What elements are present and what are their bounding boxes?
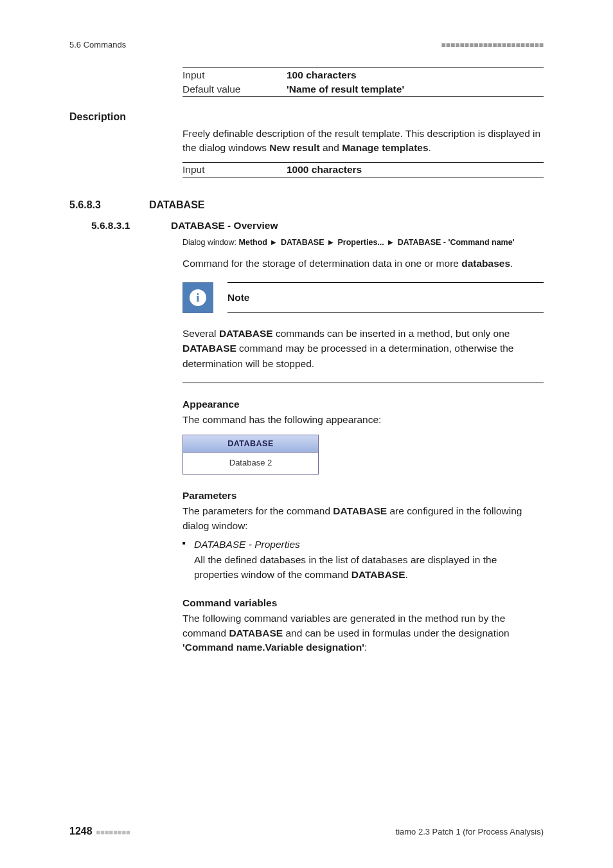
footer-product: tiamo 2.3 Patch 1 (for Process Analysis) xyxy=(396,827,544,836)
note-title: Note xyxy=(227,292,249,303)
note-block: i Note Several DATABASE commands can be … xyxy=(182,282,544,383)
triangle-icon: ▶ xyxy=(271,237,276,247)
dialog-window-path: Dialog window: Method ▶ DATABASE ▶ Prope… xyxy=(182,237,544,249)
subsection-title: DATABASE - Overview xyxy=(171,220,278,231)
list-item: DATABASE - Properties All the defined da… xyxy=(182,537,544,582)
parameters-list: DATABASE - Properties All the defined da… xyxy=(182,537,544,582)
row-input-val: 100 characters xyxy=(287,68,544,83)
input-table-2: Input 1000 characters xyxy=(182,162,544,177)
header-breadcrumb: 5.6 Commands xyxy=(69,40,126,50)
row2-input-val: 1000 characters xyxy=(287,162,544,177)
subsection-number: 5.6.8.3.1 xyxy=(91,220,153,231)
parameters-paragraph: The parameters for the command DATABASE … xyxy=(182,504,544,533)
command-box-title: DATABASE xyxy=(183,435,318,453)
command-box: DATABASE Database 2 xyxy=(182,435,319,475)
input-table-1: Input 100 characters Default value 'Name… xyxy=(182,68,544,97)
heading-description: Description xyxy=(69,111,544,123)
header-decorative-bars: ■■■■■■■■■■■■■■■■■■■■■■ xyxy=(441,41,544,50)
heading-parameters: Parameters xyxy=(182,490,544,502)
section-number: 5.6.8.3 xyxy=(69,199,131,211)
page-number: 1248 xyxy=(69,826,93,837)
note-body: Several DATABASE commands can be inserte… xyxy=(182,326,544,371)
triangle-icon: ▶ xyxy=(388,237,393,247)
description-paragraph: Freely definable description of the resu… xyxy=(182,127,544,156)
command-box-body: Database 2 xyxy=(183,453,318,474)
heading-command-variables: Command variables xyxy=(182,597,544,609)
triangle-icon: ▶ xyxy=(328,237,333,247)
info-icon: i xyxy=(182,282,213,313)
heading-appearance: Appearance xyxy=(182,399,544,410)
command-variables-paragraph: The following command variables are gene… xyxy=(182,611,544,655)
command-intro: Command for the storage of determination… xyxy=(182,257,544,271)
footer-decorative-bars: ■■■■■■■■ xyxy=(96,828,130,836)
appearance-paragraph: The command has the following appearance… xyxy=(182,413,544,427)
row2-input-key: Input xyxy=(182,162,287,177)
row-input-key: Input xyxy=(182,68,287,83)
list-item-title: DATABASE - Properties xyxy=(194,539,300,550)
section-title: DATABASE xyxy=(149,199,205,211)
row-default-key: Default value xyxy=(182,82,287,97)
row-default-val: 'Name of result template' xyxy=(287,82,544,97)
